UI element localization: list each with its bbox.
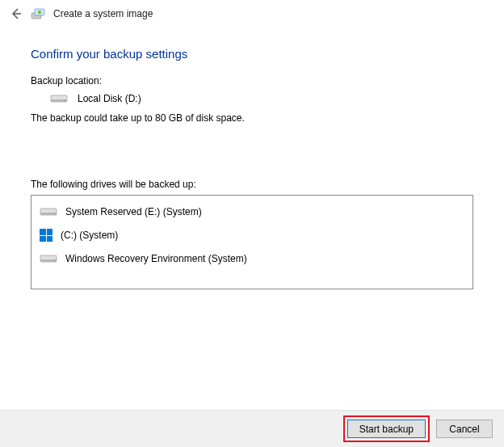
drive-label: System Reserved (E:) (System) xyxy=(65,206,202,217)
drive-label: Windows Recovery Environment (System) xyxy=(65,253,247,264)
drives-list-label: The following drives will be backed up: xyxy=(31,179,473,190)
drive-row: System Reserved (E:) (System) xyxy=(38,200,466,223)
drives-list: System Reserved (E:) (System) (C:) (Syst… xyxy=(31,195,473,289)
back-arrow-icon[interactable] xyxy=(10,7,23,20)
windows-icon xyxy=(40,229,52,242)
svg-point-6 xyxy=(64,100,65,102)
disk-icon xyxy=(50,93,68,104)
content-area: Confirm your backup settings Backup loca… xyxy=(0,27,504,289)
cancel-button[interactable]: Cancel xyxy=(436,420,493,438)
window-title: Create a system image xyxy=(53,8,153,19)
drive-row: Windows Recovery Environment (System) xyxy=(38,247,466,270)
titlebar: Create a system image xyxy=(0,0,504,27)
disk-icon xyxy=(40,206,57,217)
drive-row: (C:) (System) xyxy=(38,223,466,247)
highlight-box: Start backup xyxy=(343,415,430,442)
svg-point-12 xyxy=(53,260,55,262)
page-heading: Confirm your backup settings xyxy=(31,47,473,61)
backup-location-row: Local Disk (D:) xyxy=(50,93,473,104)
backup-location-label: Backup location: xyxy=(31,75,473,86)
size-note: The backup could take up to 80 GB of dis… xyxy=(31,112,473,124)
footer-bar: Start backup Cancel xyxy=(0,410,504,447)
start-backup-button[interactable]: Start backup xyxy=(347,420,426,438)
svg-point-3 xyxy=(38,11,41,14)
disk-icon xyxy=(40,253,57,264)
drive-label: (C:) (System) xyxy=(61,230,118,241)
backup-location-value: Local Disk (D:) xyxy=(78,93,141,104)
system-image-icon xyxy=(31,6,45,21)
svg-point-9 xyxy=(53,213,55,215)
